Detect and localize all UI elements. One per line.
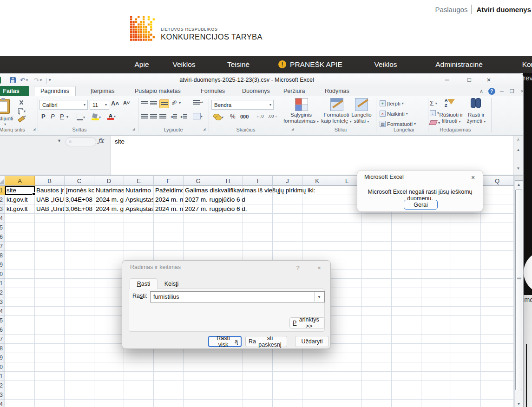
cell-F21[interactable] [154,372,184,381]
align-left-icon[interactable] [141,114,148,119]
cell-N19[interactable] [392,353,421,362]
cell-N10[interactable] [392,269,421,279]
align-right-icon[interactable] [159,114,166,119]
cell-D16[interactable] [94,325,124,335]
wrap-text-icon[interactable]: ↩ [193,100,204,105]
ribbon-tab-formulės[interactable]: Formulės [195,86,231,96]
cell-J23[interactable] [273,390,302,400]
shrink-font-icon[interactable]: A˅ [123,100,130,105]
cell-O4[interactable] [421,214,451,223]
cell-I21[interactable] [243,372,273,381]
find-all-button[interactable]: Rasti viską [208,336,242,347]
cell-I7[interactable] [243,242,273,251]
cell-B20[interactable] [35,362,65,372]
cell-M20[interactable] [362,362,392,372]
cell-D8[interactable] [94,251,124,260]
find-select-button[interactable]: Rasti ir žymėti ▾ [467,112,486,125]
cell-H22[interactable] [213,381,243,390]
cell-M7[interactable] [362,242,392,251]
cell-E4[interactable] [124,214,154,223]
cell-F2[interactable]: 2024 m. ru [154,195,184,204]
cell-A8[interactable] [5,251,35,260]
cell-O19[interactable] [421,353,451,362]
cell-C12[interactable] [65,288,94,297]
cell-D15[interactable] [94,316,124,325]
cell-G4[interactable] [184,214,213,223]
cell-H8[interactable] [213,251,243,260]
cell-B23[interactable] [35,390,65,400]
cell-L20[interactable] [332,362,362,372]
cell-J21[interactable] [273,372,302,381]
cell-Q23[interactable] [481,390,514,400]
cell-M18[interactable] [362,344,392,353]
name-box-dropdown[interactable]: ▼ [57,138,61,143]
cell-A21[interactable] [5,372,35,381]
cell-C4[interactable] [65,214,94,223]
row-header-6[interactable]: 6 [0,232,5,242]
cell-N8[interactable] [392,251,421,260]
cell-D24[interactable] [94,400,124,407]
select-all-corner[interactable] [0,176,5,186]
cell-J2[interactable] [273,195,302,204]
cell-M16[interactable] [362,325,392,335]
cell-I3[interactable] [243,204,273,214]
sort-filter-button[interactable]: Rūšiuoti ir filtruoti ▾ [439,112,463,125]
cell-J4[interactable] [273,214,302,223]
cell-B9[interactable] [35,260,65,269]
cell-G2[interactable]: 2027 m. rugpjūčio 6 d [184,195,213,204]
cell-D6[interactable] [94,232,124,242]
cell-K4[interactable] [302,214,332,223]
save-button[interactable] [10,76,16,84]
cell-D1[interactable]: Nutarimas [94,186,124,195]
alignment-dialog-launcher[interactable]: ◢ [203,127,205,131]
cell-M11[interactable] [362,279,392,288]
font-size-combo[interactable]: 11▾ [90,100,109,110]
cell-E24[interactable] [124,400,154,407]
ok-button[interactable]: Gerai [404,200,438,210]
ribbon-tab-puslapio-maketas[interactable]: Puslapio maketas [129,86,187,96]
ribbon-tab-įterpimas[interactable]: Įterpimas [85,86,120,96]
nav-item-pranešk-apie[interactable]: !PRANEŠK APIE [278,56,342,73]
find-tab-rasti[interactable]: Rasti [130,278,158,289]
cell-L7[interactable] [332,242,362,251]
cell-H23[interactable] [213,390,243,400]
cell-N11[interactable] [392,279,421,288]
cell-D22[interactable] [94,381,124,390]
cell-O6[interactable] [421,232,451,242]
ribbon-tab-duomenys[interactable]: Duomenys [236,86,276,96]
cell-J20[interactable] [273,362,302,372]
cell-D10[interactable] [94,269,124,279]
cell-K5[interactable] [302,223,332,232]
orientation-icon[interactable]: ab [171,99,177,106]
help-icon[interactable]: ? [293,263,302,272]
cell-I2[interactable] [243,195,273,204]
cell-P16[interactable] [451,325,481,335]
format-as-table-button[interactable]: Formatuoti kaip lentelę ▾ [321,112,351,125]
cell-F24[interactable] [154,400,184,407]
cell-G3[interactable]: 2027 m. rugpjūčio 6 d. [184,204,213,214]
cell-L8[interactable] [332,251,362,260]
cell-I23[interactable] [243,390,273,400]
cell-M10[interactable] [362,269,392,279]
row-header-2[interactable]: 2 [0,195,5,204]
cell-C22[interactable] [65,381,94,390]
cell-L5[interactable] [332,223,362,232]
cell-B21[interactable] [35,372,65,381]
cell-D19[interactable] [94,353,124,362]
cell-O24[interactable] [421,400,451,407]
close-find-button[interactable]: Uždaryti [295,336,329,347]
cell-D4[interactable] [94,214,124,223]
row-header-19[interactable]: 19 [0,353,5,362]
paste-icon[interactable] [0,99,10,114]
cell-O10[interactable] [421,269,451,279]
cell-Q10[interactable] [481,269,514,279]
cell-G1[interactable]: Galimas diskvalifikavimas iš viešųjų pir… [184,186,213,195]
cell-D12[interactable] [94,288,124,297]
copy-icon[interactable]: ▾ [18,108,26,114]
format-cells-button[interactable]: ▤ Formatuoti▾ [380,121,416,127]
cell-Q2[interactable] [481,195,514,204]
cell-D17[interactable] [94,335,124,344]
cell-E23[interactable] [124,390,154,400]
cell-A2[interactable]: kt.gov.lt [5,195,35,204]
cell-P9[interactable] [451,260,481,269]
